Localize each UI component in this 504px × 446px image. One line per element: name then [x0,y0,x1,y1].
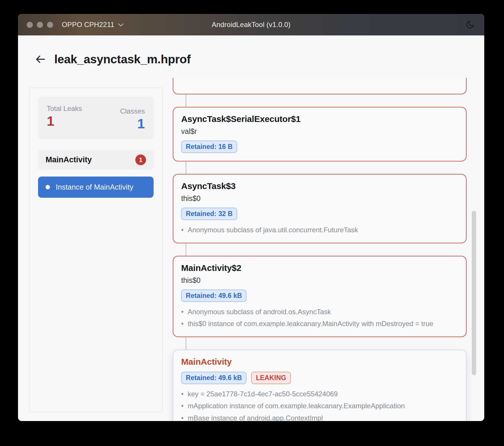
trace-card-badges: Retained: 49.6 kB [181,289,458,302]
trace-card-reference: this$0 [181,194,458,203]
trace-card[interactable]: MainActivity$2 this$0 Retained: 49.6 kB … [173,256,467,337]
trace-connector-line [186,94,186,107]
sidebar: Total Leaks 1 Classes 1 MainActivity 1 I… [29,88,163,412]
trace-card-note: •Anonymous subclass of android.os.AsyncT… [181,307,458,317]
trace-connector-line [186,337,186,350]
window-zoom-button[interactable] [47,22,53,28]
trace-card-notes: •key = 25ae1778-7c1d-4ec7-ac50-5cce55424… [181,389,458,421]
trace-card[interactable]: AsyncTask$3 this$0 Retained: 32 B •Anony… [173,174,467,243]
trace-card-badges: Retained: 32 B [181,208,458,220]
leak-instance-item[interactable]: Instance of MainActivity [38,177,154,198]
trace-cards: AsyncTask$SerialExecutor$1 val$r Retaine… [173,94,467,421]
trace-card-notes: •Anonymous subclass of android.os.AsyncT… [181,307,458,329]
device-selector[interactable]: OPPO CPH2211 [62,21,124,29]
bullet-dot-icon [46,185,50,189]
stat-total-leaks-label: Total Leaks [47,105,82,113]
moon-icon [465,20,475,29]
leak-group-row[interactable]: MainActivity 1 [38,150,154,170]
window-close-button[interactable] [27,22,33,28]
stat-total-leaks-value: 1 [47,114,82,128]
trace-card[interactable]: AsyncTask$SerialExecutor$1 val$r Retaine… [173,107,467,161]
stat-total-leaks: Total Leaks 1 [47,105,82,131]
trace-card-title: MainActivity [181,357,458,367]
stat-classes: Classes 1 [120,105,145,131]
leak-trace-panel: AsyncTask$SerialExecutor$1 val$r Retaine… [173,78,467,421]
trace-card-notes: •Anonymous subclass of java.util.concurr… [181,225,458,235]
trace-card-note: •key = 25ae1778-7c1d-4ec7-ac50-5cce55424… [181,389,458,399]
trace-card-reference: val$r [181,127,458,136]
trace-card-badges: Retained: 16 B [181,141,458,153]
back-arrow-icon [35,54,46,64]
trace-card-title: MainActivity$2 [181,263,458,273]
leak-instance-label: Instance of MainActivity [56,183,133,191]
leak-group-name: MainActivity [46,155,92,164]
stat-classes-label: Classes [120,107,145,115]
page-title: leak_asynctask_m.hprof [54,53,191,66]
titlebar: OPPO CPH2211 AndroidLeakTool (v1.0.0) [18,14,484,35]
app-window: OPPO CPH2211 AndroidLeakTool (v1.0.0) le… [18,14,484,421]
window-minimize-button[interactable] [37,22,43,28]
retained-size-badge: Retained: 16 B [181,141,237,153]
trace-card-badges: Retained: 49.6 kB LEAKING [181,372,458,384]
leaking-status-badge: LEAKING [251,372,291,384]
stat-classes-value: 1 [120,116,145,131]
device-selector-label: OPPO CPH2211 [62,21,114,29]
vertical-scrollbar-thumb[interactable] [472,211,476,375]
retained-size-badge: Retained: 49.6 kB [181,289,246,302]
trace-card-partial[interactable] [173,78,467,94]
window-controls[interactable] [27,22,53,28]
trace-card-note: •mBase instance of android.app.ContextIm… [181,413,458,421]
trace-connector-line [186,161,186,174]
back-button[interactable] [34,53,47,66]
trace-connector-line [186,243,186,256]
chevron-down-icon [118,23,124,27]
page-header: leak_asynctask_m.hprof [34,51,484,67]
trace-card-note: •Anonymous subclass of java.util.concurr… [181,225,458,235]
retained-size-badge: Retained: 32 B [181,208,237,220]
trace-card[interactable]: MainActivity Retained: 49.6 kB LEAKING •… [173,350,467,421]
trace-card-title: AsyncTask$3 [181,181,458,191]
trace-card-reference: this$0 [181,276,458,285]
stats-card: Total Leaks 1 Classes 1 [38,97,154,139]
trace-card-title: AsyncTask$SerialExecutor$1 [181,114,458,124]
trace-card-note: •mApplication instance of com.example.le… [181,401,458,411]
dark-mode-toggle[interactable] [465,20,475,30]
leak-count-badge: 1 [135,154,146,165]
trace-card-note: •this$0 instance of com.example.leakcana… [181,319,458,329]
retained-size-badge: Retained: 49.6 kB [181,372,246,384]
